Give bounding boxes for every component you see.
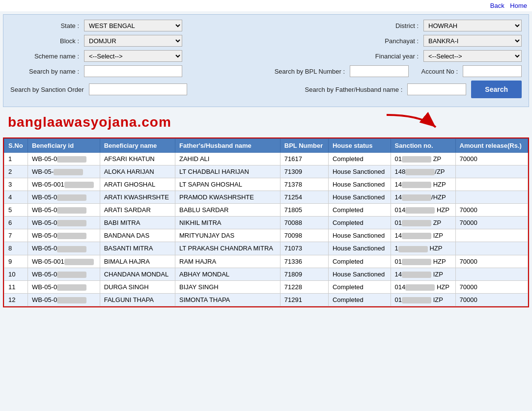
cell-sanction: 01 IZP xyxy=(391,293,455,306)
id-blurred xyxy=(402,233,431,239)
cell-sno: 3 xyxy=(4,178,28,191)
results-table: S.No Beneficiary id Beneficiary name Fat… xyxy=(4,138,528,306)
account-no-label: Account No : xyxy=(414,68,458,75)
district-select[interactable]: HOWRAH xyxy=(423,20,522,31)
cell-sno: 4 xyxy=(4,191,28,204)
cell-sno: 8 xyxy=(4,242,28,255)
cell-father: ABHAY MONDAL xyxy=(175,268,280,280)
search-father-label: Search by Father/Husband name : xyxy=(305,86,403,93)
results-table-container: S.No Beneficiary id Beneficiary name Fat… xyxy=(3,137,529,307)
id-blurred xyxy=(57,246,86,252)
search-name-input[interactable] xyxy=(84,65,182,77)
col-house-status: House status xyxy=(328,139,391,153)
home-link[interactable]: Home xyxy=(510,2,527,9)
cell-id: WB-05-0 xyxy=(28,268,100,280)
cell-bpl: 71309 xyxy=(280,165,328,178)
cell-id: WB-05-001 xyxy=(28,178,100,191)
search-button[interactable]: Search xyxy=(471,81,522,98)
arrow-indicator xyxy=(382,110,446,135)
cell-father: BABLU SARDAR xyxy=(175,204,280,217)
search-sanction-input[interactable] xyxy=(89,83,187,95)
search-father-input[interactable] xyxy=(407,83,466,95)
cell-sno: 10 xyxy=(4,268,28,280)
cell-id: WB-05-001 xyxy=(28,255,100,268)
id-text: WB-05-0 xyxy=(32,271,57,278)
cell-amount: 70000 xyxy=(455,217,528,229)
cell-status: Completed xyxy=(328,204,391,217)
cell-name: BANDANA DAS xyxy=(100,229,175,242)
cell-name: ARATI SARDAR xyxy=(100,204,175,217)
cell-father: NIKHIL MITRA xyxy=(175,217,280,229)
id-text: WB-05-0 xyxy=(32,193,57,201)
cell-bpl: 70098 xyxy=(280,229,328,242)
cell-bpl: 71809 xyxy=(280,268,328,280)
search-name-label: Search by name : xyxy=(10,68,79,75)
id-blurred xyxy=(57,194,86,201)
panchayat-select[interactable]: BANKRA-I xyxy=(423,35,522,47)
cell-bpl: 71378 xyxy=(280,178,328,191)
cell-id: WB-05-0 xyxy=(28,217,100,229)
cell-sno: 9 xyxy=(4,255,28,268)
cell-id: WB-05-0 xyxy=(28,293,100,306)
id-text: IZP xyxy=(431,271,443,278)
arrow-svg xyxy=(382,110,446,135)
account-no-input[interactable] xyxy=(463,65,522,77)
id-blurred xyxy=(57,220,86,226)
financial-year-select[interactable]: <--Select--> xyxy=(423,50,522,62)
cell-amount: 70000 xyxy=(455,255,528,268)
cell-sanction: 01 ZP xyxy=(391,153,455,165)
cell-name: BIMALA HAJRA xyxy=(100,255,175,268)
id-text: WB-05-0 xyxy=(32,219,57,226)
cell-sanction: 14 HZP xyxy=(391,178,455,191)
cell-amount xyxy=(455,165,528,178)
id-text: 14 xyxy=(395,193,402,201)
cell-sanction: 1 HZP xyxy=(391,242,455,255)
table-row: 3WB-05-001 ARATI GHOSHALLT SAPAN GHOSHAL… xyxy=(4,178,528,191)
cell-sanction: 01 HZP xyxy=(391,255,455,268)
back-link[interactable]: Back xyxy=(490,2,504,9)
scheme-select[interactable]: <--Select--> xyxy=(84,50,182,62)
cell-father: RAM HAJRA xyxy=(175,255,280,268)
cell-name: ARATI GHOSHAL xyxy=(100,178,175,191)
id-text: /ZP xyxy=(435,168,445,175)
cell-id: WB-05-0 xyxy=(28,191,100,204)
block-select[interactable]: DOMJUR xyxy=(84,35,182,47)
id-blurred xyxy=(57,297,86,303)
cell-bpl: 71291 xyxy=(280,293,328,306)
cell-amount xyxy=(455,242,528,255)
cell-bpl: 71228 xyxy=(280,280,328,293)
table-row: 7WB-05-0 BANDANA DASMRITYUNJAY DAS70098H… xyxy=(4,229,528,242)
cell-bpl: 71254 xyxy=(280,191,328,204)
cell-bpl: 71617 xyxy=(280,153,328,165)
cell-amount: 70000 xyxy=(455,280,528,293)
cell-sno: 6 xyxy=(4,217,28,229)
table-row: 10WB-05-0 CHANDANA MONDALABHAY MONDAL718… xyxy=(4,268,528,280)
search-bpl-input[interactable] xyxy=(350,65,409,77)
cell-name: CHANDANA MONDAL xyxy=(100,268,175,280)
id-text: ZP xyxy=(431,155,441,163)
id-text: 01 xyxy=(395,155,402,163)
id-text: 148 xyxy=(395,168,406,175)
cell-sno: 5 xyxy=(4,204,28,217)
cell-father: MRITYUNJAY DAS xyxy=(175,229,280,242)
cell-bpl: 71805 xyxy=(280,204,328,217)
table-row: 8WB-05-0 BASANTI MITRALT PRAKASH CHANDRA… xyxy=(4,242,528,255)
id-text: /HZP xyxy=(431,193,446,201)
watermark-text: banglaawasyojana.com xyxy=(8,114,171,130)
col-sno: S.No xyxy=(4,139,28,153)
cell-sno: 7 xyxy=(4,229,28,242)
id-text: WB-05-001 xyxy=(32,181,64,188)
cell-amount xyxy=(455,229,528,242)
id-text: 014 xyxy=(395,206,406,214)
cell-id: WB-05-0 xyxy=(28,242,100,255)
id-blurred xyxy=(405,169,435,175)
cell-name: BASANTI MITRA xyxy=(100,242,175,255)
id-blurred xyxy=(402,156,431,163)
id-text: 014 xyxy=(395,283,406,291)
cell-sanction: 01 ZP xyxy=(391,217,455,229)
id-text: 14 xyxy=(395,181,402,188)
cell-amount: 70000 xyxy=(455,204,528,217)
table-row: 11WB-05-0 DURGA SINGHBIJAY SINGH71228Com… xyxy=(4,280,528,293)
cell-name: BABI MITRA xyxy=(100,217,175,229)
state-select[interactable]: WEST BENGAL xyxy=(84,20,182,31)
